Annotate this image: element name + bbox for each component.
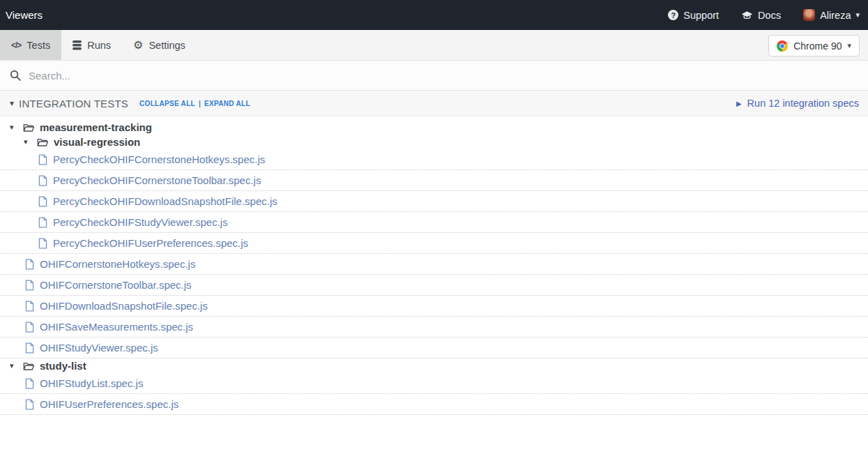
- tab-settings-label: Settings: [149, 40, 185, 51]
- specs-section-title: INTEGRATION TESTS: [19, 98, 128, 109]
- file-icon: [25, 342, 34, 354]
- expand-all-button[interactable]: EXPAND ALL: [204, 100, 250, 107]
- database-icon: [73, 40, 82, 50]
- top-nav-bar: Viewers ? Support Docs Alireza ▾: [0, 0, 868, 30]
- search-input[interactable]: [29, 70, 858, 82]
- tree-item-label: OHIFCornerstoneToolbar.spec.js: [40, 279, 192, 291]
- tab-bar: </> Tests Runs ⚙ Settings Chrome 90 ▾: [0, 30, 868, 61]
- run-all-specs-label: Run 12 integration specs: [747, 98, 859, 109]
- collapse-all-button[interactable]: COLLAPSE ALL: [139, 100, 195, 107]
- tree-item-label: visual-regression: [54, 136, 140, 148]
- file-icon: [25, 301, 34, 312]
- file-icon: [38, 196, 47, 207]
- tree-item-label: OHIFDownloadSnapshotFile.spec.js: [40, 300, 208, 312]
- tree-spec-row[interactable]: OHIFCornerstoneHotkeys.spec.js: [0, 254, 868, 275]
- tree-spec-row[interactable]: PercyCheckOHIFUserPreferences.spec.js: [0, 233, 868, 254]
- chrome-icon: [777, 40, 788, 52]
- play-icon: ▶: [736, 100, 742, 107]
- tree-item-label: OHIFCornerstoneHotkeys.spec.js: [40, 258, 195, 270]
- support-link[interactable]: ? Support: [668, 10, 719, 21]
- tree-item-label: OHIFUserPreferences.spec.js: [40, 398, 178, 410]
- spec-tree: ▾ measurement-tracking ▾ visual-regressi…: [0, 116, 868, 415]
- file-icon: [38, 217, 47, 228]
- tree-spec-row[interactable]: PercyCheckOHIFDownloadSnapshotFile.spec.…: [0, 191, 868, 212]
- docs-label: Docs: [758, 10, 781, 21]
- tree-spec-row[interactable]: OHIFSaveMeasurements.spec.js: [0, 317, 868, 338]
- tree-spec-row[interactable]: OHIFStudyList.spec.js: [0, 373, 868, 394]
- file-icon: [38, 238, 47, 249]
- tab-settings[interactable]: ⚙ Settings: [122, 30, 197, 60]
- tree-spec-row[interactable]: PercyCheckOHIFCornerstoneHotkeys.spec.js: [0, 149, 868, 170]
- avatar: [803, 9, 815, 21]
- tree-item-label: study-list: [40, 360, 86, 372]
- tab-runs-label: Runs: [87, 40, 111, 51]
- search-icon: [10, 70, 21, 81]
- question-circle-icon: ?: [668, 10, 678, 20]
- chevron-down-icon: ▾: [855, 11, 860, 19]
- file-icon: [38, 175, 47, 186]
- gear-icon: ⚙: [133, 40, 143, 51]
- user-menu[interactable]: Alireza ▾: [803, 9, 860, 21]
- caret-down-icon: ▾: [10, 361, 19, 370]
- tab-tests-label: Tests: [26, 40, 50, 51]
- tree-spec-row[interactable]: OHIFDownloadSnapshotFile.spec.js: [0, 296, 868, 317]
- folder-open-icon: [23, 123, 34, 133]
- tree-spec-row[interactable]: OHIFUserPreferences.spec.js: [0, 394, 868, 415]
- file-icon: [25, 399, 34, 410]
- file-icon: [25, 378, 34, 389]
- tree-folder-row[interactable]: ▾ visual-regression: [0, 135, 868, 149]
- tree-spec-row[interactable]: OHIFCornerstoneToolbar.spec.js: [0, 275, 868, 296]
- tree-folder-row[interactable]: ▾ study-list: [0, 358, 868, 373]
- tree-item-label: PercyCheckOHIFUserPreferences.spec.js: [53, 237, 248, 249]
- browser-selector-label: Chrome 90: [793, 40, 842, 52]
- graduation-cap-icon: [741, 10, 753, 20]
- caret-down-icon: ▾: [10, 123, 19, 132]
- chevron-down-icon: ▾: [847, 42, 851, 50]
- tree-item-label: PercyCheckOHIFCornerstoneToolbar.spec.js: [53, 174, 261, 186]
- browser-selector[interactable]: Chrome 90 ▾: [768, 35, 860, 56]
- tab-runs[interactable]: Runs: [61, 30, 122, 60]
- user-name: Alireza: [820, 10, 851, 21]
- tree-item-label: PercyCheckOHIFCornerstoneHotkeys.spec.js: [53, 153, 265, 165]
- search-bar: [0, 61, 868, 91]
- tree-spec-row[interactable]: PercyCheckOHIFCornerstoneToolbar.spec.js: [0, 170, 868, 191]
- integration-tests-header: ▾ INTEGRATION TESTS COLLAPSE ALL | EXPAN…: [0, 91, 868, 116]
- code-icon: </>: [11, 40, 21, 50]
- folder-open-icon: [37, 137, 48, 147]
- tree-folder-row[interactable]: ▾ measurement-tracking: [0, 120, 868, 135]
- tree-item-label: OHIFSaveMeasurements.spec.js: [40, 321, 193, 333]
- tree-item-label: PercyCheckOHIFDownloadSnapshotFile.spec.…: [53, 195, 277, 207]
- support-label: Support: [683, 10, 719, 21]
- file-icon: [25, 280, 34, 291]
- file-icon: [25, 259, 34, 270]
- folder-open-icon: [23, 361, 34, 371]
- app-title: Viewers: [6, 9, 43, 21]
- run-all-specs-button[interactable]: ▶ Run 12 integration specs: [736, 98, 859, 109]
- tree-item-label: OHIFStudyList.spec.js: [40, 377, 143, 389]
- caret-down-icon: ▾: [24, 137, 33, 146]
- tree-item-label: PercyCheckOHIFStudyViewer.spec.js: [53, 216, 228, 228]
- tree-item-label: OHIFStudyViewer.spec.js: [40, 342, 158, 354]
- tab-tests[interactable]: </> Tests: [0, 30, 61, 60]
- docs-link[interactable]: Docs: [741, 10, 781, 21]
- tree-spec-row[interactable]: OHIFStudyViewer.spec.js: [0, 338, 868, 358]
- chevron-down-icon[interactable]: ▾: [10, 98, 14, 108]
- tree-item-label: measurement-tracking: [40, 121, 152, 133]
- tree-spec-row[interactable]: PercyCheckOHIFStudyViewer.spec.js: [0, 212, 868, 233]
- file-icon: [38, 154, 47, 165]
- links-separator: |: [199, 100, 201, 107]
- file-icon: [25, 322, 34, 333]
